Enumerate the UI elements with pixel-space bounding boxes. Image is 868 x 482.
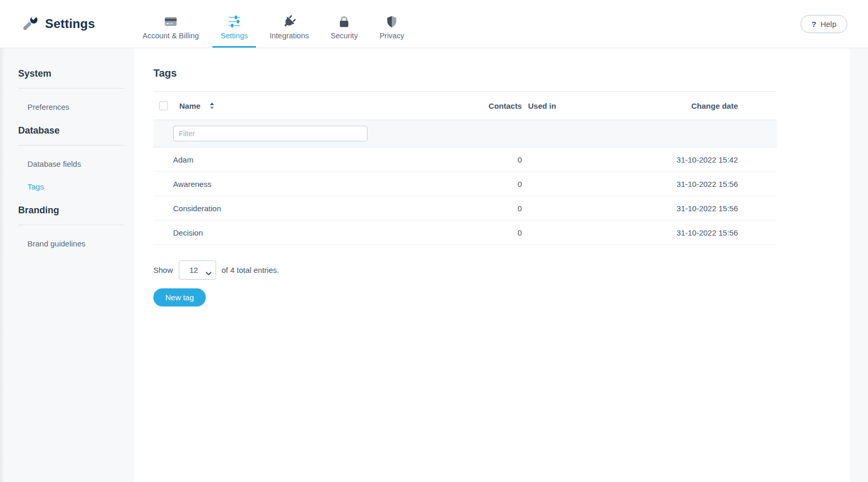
tag-name-cell: Consideration	[153, 204, 476, 213]
change-date-cell: 31-10-2022 15:56	[606, 228, 777, 237]
change-date-cell: 31-10-2022 15:56	[606, 204, 777, 213]
sidebar-section-branding: Branding Brand guidelines	[18, 205, 124, 248]
sidebar-heading-system: System	[18, 68, 124, 79]
column-header-used-in: Used in	[528, 101, 606, 110]
lock-icon	[337, 13, 351, 28]
page-size-select-wrap: 12	[179, 260, 216, 280]
sort-asc-icon	[210, 103, 214, 105]
page-header-title: Settings	[45, 17, 95, 31]
right-gutter	[850, 48, 868, 482]
tab-label: Integrations	[269, 32, 309, 40]
wrench-icon	[23, 15, 39, 33]
tab-integrations[interactable]: Integrations	[261, 0, 317, 48]
pagination-bar: Show 12 of 4 total entries.	[153, 260, 850, 280]
tab-label: Privacy	[379, 32, 404, 40]
show-label: Show	[153, 266, 173, 274]
select-all-checkbox[interactable]	[159, 101, 168, 110]
sort-desc-icon	[210, 107, 214, 109]
table-row[interactable]: Awareness 0 31-10-2022 15:56	[153, 172, 777, 196]
shield-icon	[385, 13, 399, 28]
tab-label: Account & Billing	[143, 32, 199, 40]
contacts-cell: 0	[476, 155, 528, 164]
sidebar-item-tags[interactable]: Tags	[27, 182, 124, 191]
sliders-icon	[227, 13, 241, 28]
tags-table: Name Contacts Used in Change date Adam	[153, 91, 777, 245]
tag-name-cell: Adam	[153, 155, 476, 164]
column-header-name: Name	[153, 101, 476, 110]
tab-label: Security	[331, 32, 358, 40]
settings-sidebar: System Preferences Database Database fie…	[0, 48, 134, 482]
table-row[interactable]: Decision 0 31-10-2022 15:56	[153, 221, 777, 245]
contacts-cell: 0	[476, 204, 528, 213]
tag-name-cell: Decision	[153, 228, 476, 237]
entries-summary: of 4 total entries.	[222, 266, 279, 274]
app-header: Settings Account & Billing	[0, 0, 868, 48]
tab-security[interactable]: Security	[322, 0, 366, 48]
filter-input[interactable]	[173, 126, 367, 141]
tag-name-cell: Awareness	[153, 180, 476, 188]
sidebar-item-brand-guidelines[interactable]: Brand guidelines	[27, 239, 124, 248]
help-button[interactable]: ? Help	[801, 15, 847, 33]
main-panel: Tags Name Contacts Used in Change date	[134, 48, 850, 482]
tab-privacy[interactable]: Privacy	[371, 0, 412, 48]
tab-account-billing[interactable]: Account & Billing	[134, 0, 207, 48]
change-date-cell: 31-10-2022 15:56	[606, 180, 777, 188]
change-date-cell: 31-10-2022 15:42	[606, 155, 777, 164]
page-size-select[interactable]: 12	[179, 260, 216, 280]
new-tag-button[interactable]: New tag	[153, 288, 206, 306]
sidebar-heading-database: Database	[18, 125, 124, 136]
plug-icon	[282, 13, 296, 28]
sidebar-item-database-fields[interactable]: Database fields	[27, 159, 124, 168]
top-nav: Account & Billing Settings	[134, 0, 412, 48]
page-title: Tags	[153, 67, 850, 79]
credit-card-icon	[164, 13, 178, 28]
tab-settings[interactable]: Settings	[212, 0, 256, 48]
question-mark-icon: ?	[812, 20, 816, 28]
table-body: Adam 0 31-10-2022 15:42 Awareness 0 31-1…	[153, 148, 777, 245]
sidebar-divider	[18, 225, 124, 225]
header-spacer	[412, 0, 801, 48]
column-header-contacts: Contacts	[476, 101, 528, 110]
tab-label: Settings	[221, 32, 248, 40]
sidebar-divider	[18, 88, 124, 89]
contacts-cell: 0	[476, 180, 528, 188]
column-header-change-date: Change date	[606, 101, 777, 110]
sidebar-item-preferences[interactable]: Preferences	[27, 103, 124, 111]
table-header-row: Name Contacts Used in Change date	[153, 91, 777, 120]
table-row[interactable]: Adam 0 31-10-2022 15:42	[153, 148, 777, 172]
table-row[interactable]: Consideration 0 31-10-2022 15:56	[153, 196, 777, 221]
sort-icon[interactable]	[210, 103, 214, 109]
sidebar-section-system: System Preferences	[18, 68, 124, 111]
sidebar-divider	[18, 145, 124, 145]
contacts-cell: 0	[476, 228, 528, 237]
sidebar-section-database: Database Database fields Tags	[18, 125, 124, 191]
sidebar-heading-branding: Branding	[18, 205, 124, 216]
column-header-name-label: Name	[179, 101, 201, 110]
help-button-label: Help	[820, 20, 836, 28]
table-filter-row	[153, 120, 777, 148]
app-brand: Settings	[0, 0, 134, 48]
